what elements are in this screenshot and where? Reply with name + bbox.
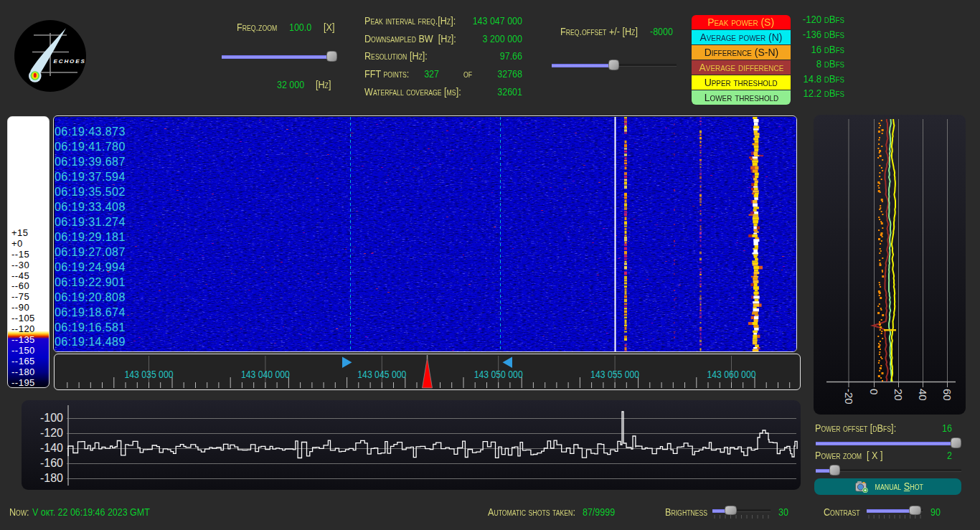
svg-text:ECHOES: ECHOES xyxy=(54,58,86,65)
svg-text:40: 40 xyxy=(917,389,929,401)
svg-text:143 060 000: 143 060 000 xyxy=(707,368,755,380)
svg-text:-20: -20 xyxy=(843,389,855,404)
svg-text:0: 0 xyxy=(868,389,880,394)
svg-text:143 055 000: 143 055 000 xyxy=(590,368,639,380)
svg-text:143 045 000: 143 045 000 xyxy=(357,368,406,380)
svg-text:20: 20 xyxy=(892,389,905,401)
svg-text:143 035 000: 143 035 000 xyxy=(124,368,173,380)
svg-text:60: 60 xyxy=(941,389,953,401)
svg-text:143 050 000: 143 050 000 xyxy=(473,368,522,380)
svg-text:143 040 000: 143 040 000 xyxy=(240,368,289,380)
